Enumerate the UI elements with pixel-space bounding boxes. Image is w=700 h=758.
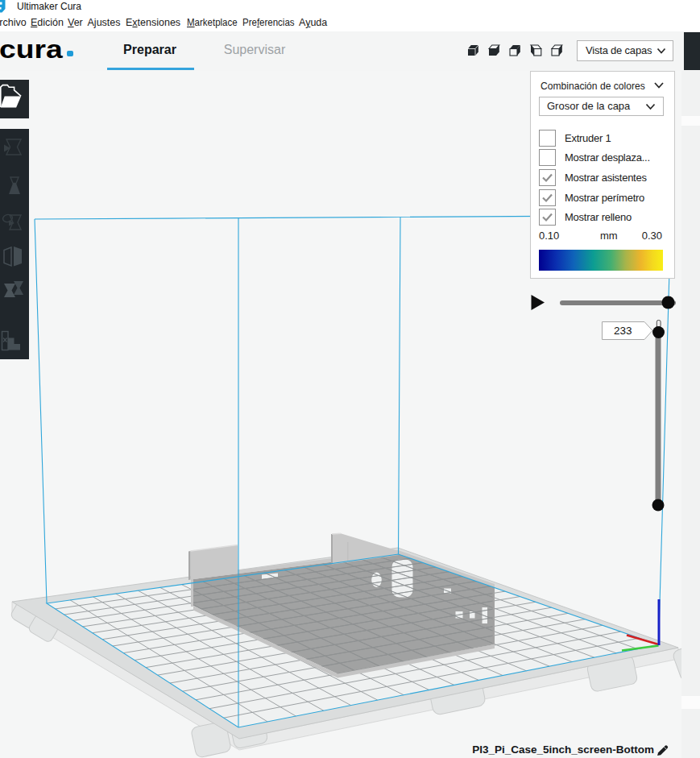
svg-text:233: 233: [614, 325, 632, 337]
